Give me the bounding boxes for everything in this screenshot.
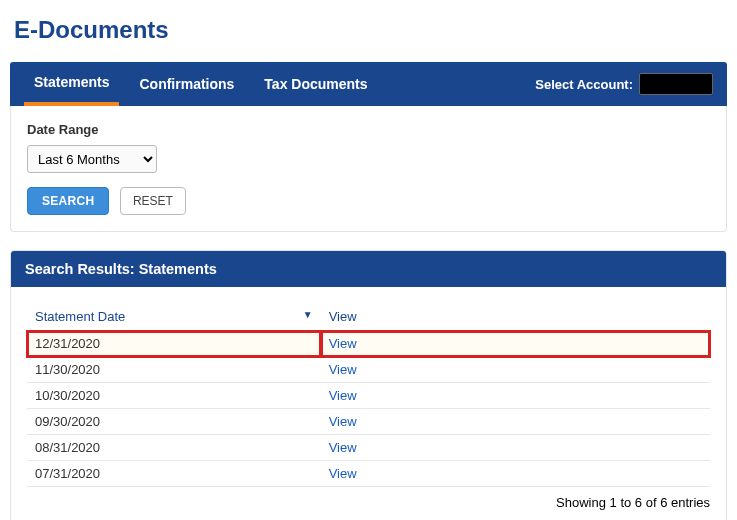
select-account-dropdown[interactable] [639, 73, 713, 95]
col-header-date[interactable]: Statement Date ▼ [27, 303, 321, 331]
cell-date: 09/30/2020 [27, 409, 321, 435]
sort-desc-icon: ▼ [303, 309, 313, 320]
table-row: 10/30/2020View [27, 383, 710, 409]
table-row: 07/31/2020View [27, 461, 710, 487]
table-row: 08/31/2020View [27, 435, 710, 461]
tab-confirmations[interactable]: Confirmations [129, 62, 244, 106]
cell-date: 11/30/2020 [27, 357, 321, 383]
table-row: 12/31/2020View [27, 331, 710, 357]
cell-date: 07/31/2020 [27, 461, 321, 487]
reset-button[interactable]: RESET [120, 187, 186, 215]
cell-date: 12/31/2020 [27, 331, 321, 357]
date-range-select[interactable]: Last 6 Months [27, 145, 157, 173]
tab-statements[interactable]: Statements [24, 62, 119, 106]
search-button[interactable]: SEARCH [27, 187, 109, 215]
view-link[interactable]: View [329, 336, 357, 351]
results-header: Search Results: Statements [11, 251, 726, 287]
tab-tax-documents[interactable]: Tax Documents [254, 62, 377, 106]
cell-view: View [321, 435, 710, 461]
cell-view: View [321, 409, 710, 435]
view-link[interactable]: View [329, 388, 357, 403]
filter-panel: Date Range Last 6 Months SEARCH RESET [10, 106, 727, 232]
cell-view: View [321, 357, 710, 383]
view-link[interactable]: View [329, 414, 357, 429]
showing-info: Showing 1 to 6 of 6 entries [27, 495, 710, 510]
cell-view: View [321, 461, 710, 487]
date-range-label: Date Range [27, 122, 710, 137]
page-title: E-Documents [14, 16, 727, 44]
nav-tabs: Statements Confirmations Tax Documents S… [10, 62, 727, 106]
cell-date: 10/30/2020 [27, 383, 321, 409]
cell-view: View [321, 331, 710, 357]
table-row: 11/30/2020View [27, 357, 710, 383]
view-link[interactable]: View [329, 466, 357, 481]
view-link[interactable]: View [329, 362, 357, 377]
view-link[interactable]: View [329, 440, 357, 455]
results-panel: Search Results: Statements Statement Dat… [10, 250, 727, 520]
select-account-label: Select Account: [535, 77, 633, 92]
cell-date: 08/31/2020 [27, 435, 321, 461]
table-row: 09/30/2020View [27, 409, 710, 435]
cell-view: View [321, 383, 710, 409]
col-header-view: View [321, 303, 710, 331]
results-table: Statement Date ▼ View 12/31/2020View11/3… [27, 303, 710, 487]
